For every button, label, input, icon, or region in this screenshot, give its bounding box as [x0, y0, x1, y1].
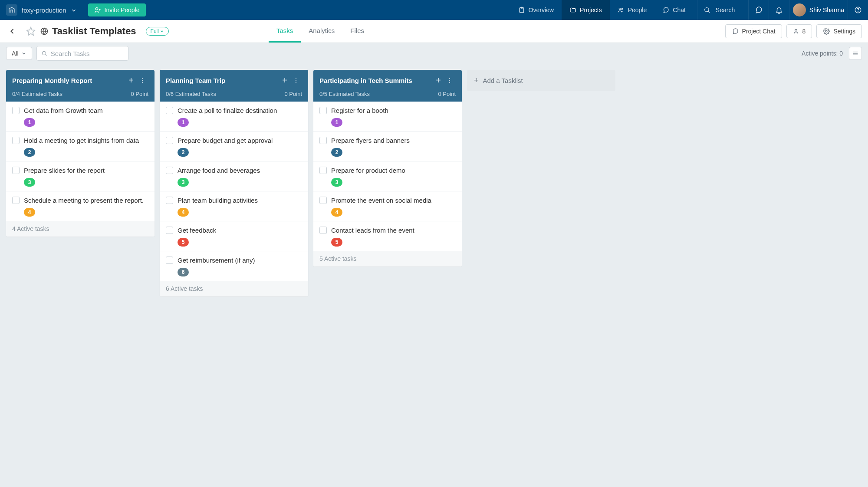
- tab-analytics[interactable]: Analytics: [301, 20, 342, 43]
- nav-overview[interactable]: Overview: [510, 0, 562, 20]
- task-checkbox[interactable]: [166, 197, 173, 204]
- favorite-button[interactable]: [26, 26, 36, 36]
- task-checkbox[interactable]: [319, 137, 327, 144]
- svg-point-17: [142, 80, 143, 81]
- task-card[interactable]: Contact leads from the event 5: [313, 221, 462, 251]
- tab-tasks[interactable]: Tasks: [269, 20, 301, 43]
- svg-point-3: [619, 8, 621, 10]
- task-checkbox[interactable]: [12, 197, 20, 204]
- back-button[interactable]: [6, 25, 18, 37]
- plus-icon: +: [474, 76, 479, 85]
- filter-all-dropdown[interactable]: All: [6, 47, 32, 60]
- tab-analytics-label: Analytics: [309, 27, 335, 34]
- tasklist-header: Preparing Monthly Report +: [6, 70, 155, 91]
- svg-point-23: [449, 80, 450, 81]
- tasklist-title: Preparing Monthly Report: [12, 77, 126, 84]
- view-mode-pill[interactable]: Full: [146, 27, 169, 36]
- tasklist: Planning Team Trip + 0/6 Estimated Tasks…: [160, 70, 308, 296]
- svg-point-4: [621, 8, 623, 10]
- gear-icon: [823, 28, 830, 35]
- add-tasklist-button[interactable]: +Add a Tasklist: [467, 70, 615, 91]
- board-options-button[interactable]: [849, 47, 862, 60]
- task-card[interactable]: Arrange food and beverages 3: [160, 161, 308, 191]
- points: 0 Point: [285, 91, 302, 97]
- person-icon: [793, 28, 799, 34]
- more-vertical-icon: [446, 77, 453, 84]
- task-title: Schedule a meeting to present the report…: [24, 196, 144, 205]
- task-card[interactable]: Get reimbursement (if any) 6: [160, 251, 308, 281]
- nav-chat[interactable]: Chat: [654, 0, 694, 20]
- task-card[interactable]: Create a poll to finalize destination 1: [160, 102, 308, 132]
- nav-people[interactable]: People: [610, 0, 655, 20]
- task-card[interactable]: Prepare for product demo 3: [313, 161, 462, 191]
- menu-icon: [852, 50, 859, 57]
- tasklist-header: Planning Team Trip +: [160, 70, 308, 91]
- points: 0 Point: [438, 91, 456, 97]
- tasklist-menu-button[interactable]: [136, 75, 148, 86]
- task-checkbox[interactable]: [166, 167, 173, 174]
- project-actions: Project Chat 8 Settings: [725, 24, 862, 38]
- task-checkbox[interactable]: [166, 227, 173, 234]
- task-checkbox[interactable]: [319, 167, 327, 174]
- task-title: Get data from Growth team: [24, 106, 103, 115]
- task-checkbox[interactable]: [166, 107, 173, 114]
- task-order-badge: 3: [331, 178, 342, 187]
- task-search-input[interactable]: [51, 50, 124, 57]
- task-card[interactable]: Get data from Growth team 1: [6, 102, 155, 132]
- task-card[interactable]: Prepare slides for the report 3: [6, 161, 155, 191]
- notifications-button[interactable]: [769, 0, 789, 20]
- user-menu[interactable]: Shiv Sharma: [789, 0, 848, 20]
- search-icon: [704, 7, 710, 13]
- chat-icon: [662, 7, 669, 13]
- tasklist-menu-button[interactable]: [290, 75, 302, 86]
- global-search[interactable]: Search: [697, 0, 748, 20]
- task-card[interactable]: Prepare budget and get approval 2: [160, 132, 308, 161]
- svg-point-7: [858, 11, 858, 12]
- task-order-badge: 4: [331, 208, 342, 217]
- task-title: Create a poll to finalize destination: [178, 106, 277, 115]
- task-checkbox[interactable]: [12, 107, 20, 114]
- messages-button[interactable]: [748, 0, 769, 20]
- tab-files-label: Files: [350, 27, 364, 34]
- task-search-box[interactable]: [36, 46, 128, 61]
- project-chat-button[interactable]: Project Chat: [725, 24, 782, 38]
- chevron-down-icon: [71, 7, 77, 13]
- tasklist-footer: 5 Active tasks: [313, 251, 462, 267]
- project-members-button[interactable]: 8: [786, 24, 812, 38]
- task-card[interactable]: Promote the event on social media 4: [313, 191, 462, 221]
- tasklist-menu-button[interactable]: [444, 75, 456, 86]
- help-button[interactable]: [848, 0, 868, 20]
- task-checkbox[interactable]: [12, 167, 20, 174]
- add-task-button[interactable]: +: [279, 74, 290, 86]
- task-checkbox[interactable]: [319, 107, 327, 114]
- task-card[interactable]: Plan team building activities 4: [160, 191, 308, 221]
- task-title: Contact leads from the event: [331, 226, 414, 235]
- chevron-down-icon: [160, 29, 164, 33]
- top-nav: Overview Projects People Chat: [510, 0, 694, 20]
- invite-people-button[interactable]: Invite People: [88, 3, 146, 16]
- task-card[interactable]: Prepare flyers and banners 2: [313, 132, 462, 161]
- task-card[interactable]: Schedule a meeting to present the report…: [6, 191, 155, 221]
- task-card[interactable]: Hold a meeting to get insights from data…: [6, 132, 155, 161]
- add-task-button[interactable]: +: [433, 74, 444, 86]
- task-checkbox[interactable]: [319, 227, 327, 234]
- task-order-badge: 1: [24, 118, 35, 127]
- search-label: Search: [716, 7, 735, 13]
- tab-files[interactable]: Files: [342, 20, 372, 43]
- chevron-left-icon: [8, 27, 16, 36]
- tasklist: Preparing Monthly Report + 0/4 Estimated…: [6, 70, 155, 237]
- task-card[interactable]: Register for a booth 1: [313, 102, 462, 132]
- task-checkbox[interactable]: [166, 137, 173, 144]
- task-checkbox[interactable]: [166, 257, 173, 264]
- tasklist-body: Register for a booth 1 Prepare flyers an…: [313, 102, 462, 251]
- add-task-button[interactable]: +: [126, 74, 136, 86]
- task-checkbox[interactable]: [319, 197, 327, 204]
- globe-icon: [40, 27, 49, 36]
- settings-button[interactable]: Settings: [816, 24, 862, 38]
- svg-point-22: [449, 78, 450, 79]
- tasklist-body: Create a poll to finalize destination 1 …: [160, 102, 308, 281]
- task-checkbox[interactable]: [12, 137, 20, 144]
- nav-projects[interactable]: Projects: [562, 0, 610, 20]
- workspace-switcher[interactable]: foxy-production: [0, 4, 83, 16]
- task-card[interactable]: Get feedback 5: [160, 221, 308, 251]
